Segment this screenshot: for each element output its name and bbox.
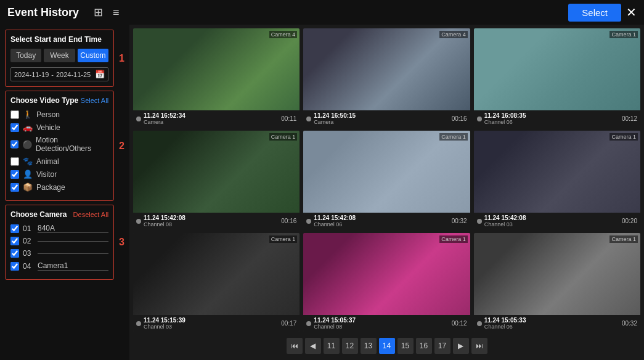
thumb-label-4: Camera 1 (439, 133, 468, 141)
camera-01-checkbox[interactable] (10, 224, 19, 233)
video-duration-7: 00:12 (452, 320, 467, 327)
custom-button[interactable]: Custom (78, 49, 108, 62)
page-13-button[interactable]: 13 (361, 338, 377, 354)
video-cell-8[interactable]: Camera 1 11.24 15:05:33 Channel 06 00:32 (474, 233, 640, 332)
date-separator: - (51, 71, 54, 78)
next-page-button[interactable]: ▶ (453, 338, 469, 354)
video-thumb-5: Camera 1 (474, 131, 640, 213)
video-time-group-3: 11.24 15:42:08 Channel 08 (136, 215, 185, 227)
content-area: Camera 4 11.24 16:52:34 Camera 00:11 Cam (129, 25, 644, 360)
video-channel-6: Channel 03 (144, 324, 185, 330)
camera-02-num: 02 (23, 237, 34, 245)
video-time-7: 11.24 15:05:37 Channel 08 (314, 317, 356, 330)
video-cell-4[interactable]: Camera 1 11.24 15:42:08 Channel 06 00:32 (303, 131, 470, 229)
package-checkbox[interactable] (10, 183, 19, 192)
video-channel-8: Channel 06 (484, 324, 526, 330)
camera-02-checkbox[interactable] (10, 237, 19, 245)
camera-02-item[interactable]: 02 (10, 237, 108, 245)
vehicle-checkbox[interactable] (10, 123, 19, 132)
animal-checkbox[interactable] (10, 157, 19, 166)
video-time-8: 11.24 15:05:33 Channel 06 (484, 317, 526, 330)
video-time-1: 11.24 16:50:15 Camera (314, 112, 356, 125)
video-time-group-4: 11.24 15:42:08 Channel 06 (306, 215, 356, 227)
video-time-group-7: 11.24 15:05:37 Channel 08 (306, 317, 356, 330)
video-timestamp-2: 11.24 16:08:35 (484, 112, 526, 119)
week-button[interactable]: Week (44, 49, 75, 62)
video-channel-3: Channel 08 (144, 221, 185, 227)
package-item[interactable]: 📦 Package (10, 182, 108, 192)
page-12-button[interactable]: 12 (342, 338, 358, 354)
camera-03-sub (38, 253, 108, 254)
video-time-group-5: 11.24 15:42:08 Channel 03 (477, 215, 526, 227)
video-time-4: 11.24 15:42:08 Channel 06 (314, 215, 356, 227)
page-16-button[interactable]: 16 (416, 338, 432, 354)
motion-checkbox[interactable] (10, 140, 18, 149)
camera-section: Choose Camera Deselect All 01 840A (5, 205, 114, 280)
close-button[interactable]: ✕ (626, 5, 637, 20)
thumb-label-0: Camera 4 (269, 31, 298, 38)
select-button[interactable]: Select (568, 4, 621, 22)
video-cell-3[interactable]: Camera 1 11.24 15:42:08 Channel 08 00:16 (133, 131, 300, 229)
calendar-icon[interactable]: 📅 (95, 70, 105, 79)
video-info-2: 11.24 16:08:35 Channel 06 00:12 (474, 110, 640, 127)
header-right: Select ✕ (568, 4, 637, 22)
thumb-label-6: Camera 1 (269, 235, 298, 243)
video-cell-7[interactable]: Camera 1 11.24 15:05:37 Channel 08 00:12 (303, 233, 470, 332)
header-icons: ⊞ ≡ (91, 4, 122, 20)
video-info-5: 11.24 15:42:08 Channel 03 00:20 (474, 213, 640, 229)
motion-item[interactable]: ⚫ Motion Detection/Others (10, 136, 108, 153)
menu-icon[interactable]: ≡ (110, 4, 122, 20)
video-cell-0[interactable]: Camera 4 11.24 16:52:34 Camera 00:11 (133, 28, 300, 127)
thumb-label-8: Camera 1 (609, 235, 638, 243)
camera-01-item[interactable]: 01 840A (10, 224, 108, 233)
video-info-0: 11.24 16:52:34 Camera 00:11 (133, 110, 300, 127)
vehicle-item[interactable]: 🚗 Vehicle (10, 123, 108, 132)
select-all-link[interactable]: Select All (81, 97, 108, 104)
animal-item[interactable]: 🐾 Animal (10, 157, 108, 166)
page-11-button[interactable]: 11 (324, 338, 340, 354)
page-15-button[interactable]: 15 (397, 338, 414, 354)
person-item[interactable]: 🚶 Person (10, 110, 108, 119)
camera-03-checkbox[interactable] (10, 249, 19, 258)
video-thumb-0: Camera 4 (133, 28, 300, 110)
visitor-item[interactable]: 👤 Visitor (10, 170, 108, 179)
today-button[interactable]: Today (10, 49, 41, 62)
video-time-group-2: 11.24 16:08:35 Channel 06 (477, 112, 526, 125)
dot-icon-0 (136, 117, 141, 121)
video-time-0: 11.24 16:52:34 Camera (144, 112, 185, 125)
video-timestamp-3: 11.24 15:42:08 (144, 215, 185, 221)
thumb-label-1: Camera 4 (439, 31, 468, 38)
page-17-button[interactable]: 17 (434, 338, 450, 354)
video-cell-1[interactable]: Camera 4 11.24 16:50:15 Camera 00:16 (303, 28, 470, 127)
camera-03-item[interactable]: 03 (10, 249, 108, 258)
video-cell-2[interactable]: Camera 1 11.24 16:08:35 Channel 06 00:12 (474, 28, 640, 127)
camera-04-item[interactable]: 04 Camera1 (10, 261, 108, 271)
deselect-all-link[interactable]: Deselect All (73, 211, 108, 218)
grid-view-icon[interactable]: ⊞ (91, 4, 105, 20)
date-range: 2024-11-19 - 2024-11-25 📅 (10, 67, 108, 81)
video-thumb-4: Camera 1 (303, 131, 470, 213)
first-page-button[interactable]: ⏮ (287, 338, 303, 354)
time-section-title: Select Start and End Time (10, 35, 108, 44)
animal-icon: 🐾 (23, 157, 33, 166)
video-timestamp-0: 11.24 16:52:34 (144, 112, 185, 119)
page-14-button[interactable]: 14 (379, 338, 395, 354)
video-cell-5[interactable]: Camera 1 11.24 15:42:08 Channel 03 00:20 (474, 131, 640, 229)
person-checkbox[interactable] (10, 110, 19, 119)
video-info-8: 11.24 15:05:33 Channel 06 00:32 (474, 315, 640, 332)
video-timestamp-5: 11.24 15:42:08 (484, 215, 526, 221)
video-cell-6[interactable]: Camera 1 11.24 15:15:39 Channel 03 00:17 (133, 233, 300, 332)
camera-04-checkbox[interactable] (10, 262, 19, 271)
person-label: Person (36, 110, 60, 119)
video-time-group-6: 11.24 15:15:39 Channel 03 (136, 317, 185, 330)
vehicle-icon: 🚗 (23, 123, 33, 132)
pagination: ⏮ ◀ 11 12 13 14 15 16 17 ▶ ⏭ (133, 335, 640, 356)
visitor-checkbox[interactable] (10, 170, 19, 179)
video-timestamp-1: 11.24 16:50:15 (314, 112, 356, 119)
video-type-section: Choose Video Type Select All 🚶 Person 🚗 … (5, 91, 114, 201)
video-duration-4: 00:32 (452, 218, 467, 224)
last-page-button[interactable]: ⏭ (471, 338, 487, 354)
video-info-7: 11.24 15:05:37 Channel 08 00:12 (303, 315, 470, 332)
prev-page-button[interactable]: ◀ (305, 338, 321, 354)
thumb-label-2: Camera 1 (609, 31, 638, 38)
